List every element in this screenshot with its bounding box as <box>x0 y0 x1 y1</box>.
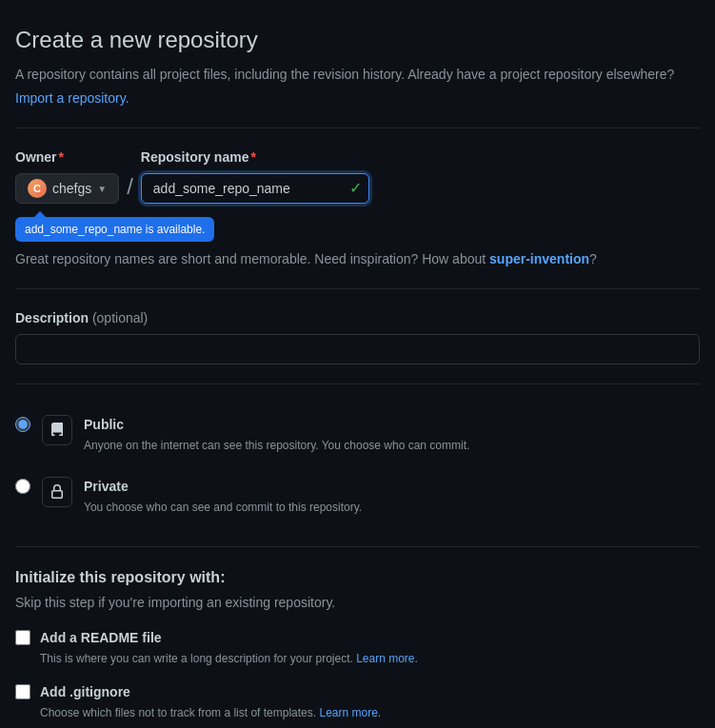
availability-tooltip: add_some_repo_name is available. <box>15 217 214 242</box>
public-icon <box>42 415 72 445</box>
visibility-section: Public Anyone on the internet can see th… <box>15 403 700 527</box>
gitignore-checkbox[interactable] <box>15 684 30 699</box>
readme-checkbox[interactable] <box>15 630 30 645</box>
name-available-row: add_some_repo_name is available. <box>15 211 700 242</box>
readme-option[interactable]: Add a README file This is where you can … <box>15 628 700 667</box>
private-icon <box>42 477 72 507</box>
import-repo-link[interactable]: Import a repository. <box>15 90 129 106</box>
name-suggestion: Great repository names are short and mem… <box>15 249 700 269</box>
private-radio[interactable] <box>15 479 30 494</box>
optional-label: (optional) <box>92 310 148 325</box>
public-radio[interactable] <box>15 417 30 432</box>
public-text: Public Anyone on the internet can see th… <box>84 415 469 454</box>
slash-separator: / <box>127 171 133 204</box>
divider-3 <box>15 384 700 384</box>
owner-name: chefgs <box>52 181 91 196</box>
private-option[interactable]: Private You choose who can see and commi… <box>15 465 700 527</box>
description-input[interactable] <box>15 334 700 364</box>
description-label: Description (optional) <box>15 308 700 328</box>
owner-group: Owner* C chefgs ▼ <box>15 148 119 204</box>
chevron-down-icon: ▼ <box>97 184 107 194</box>
readme-text: Add a README file This is where you can … <box>40 628 418 667</box>
initialize-section: Initialize this repository with: Skip th… <box>15 566 700 728</box>
public-option[interactable]: Public Anyone on the internet can see th… <box>15 403 700 465</box>
description-group: Description (optional) <box>15 308 700 364</box>
repo-name-label: Repository name* <box>141 148 369 167</box>
private-text: Private You choose who can see and commi… <box>84 477 362 516</box>
owner-repo-row: Owner* C chefgs ▼ / Repository name* ✓ <box>15 148 700 204</box>
divider-2 <box>15 288 700 289</box>
repo-name-group: Repository name* ✓ <box>141 148 369 204</box>
gitignore-option[interactable]: Add .gitignore Choose which files not to… <box>15 682 700 721</box>
page-subtitle: A repository contains all project files,… <box>15 65 700 85</box>
owner-label: Owner* <box>15 148 119 167</box>
owner-avatar: C <box>28 179 47 198</box>
divider-4 <box>15 546 700 547</box>
init-subtitle: Skip this step if you're importing an ex… <box>15 593 700 613</box>
gitignore-learn-more[interactable]: Learn more. <box>319 706 381 719</box>
divider-1 <box>15 128 700 128</box>
page-title: Create a new repository <box>15 23 700 57</box>
repo-name-input[interactable] <box>141 173 369 204</box>
readme-learn-more[interactable]: Learn more. <box>356 652 418 665</box>
repo-name-wrapper: ✓ <box>141 173 369 204</box>
owner-dropdown-button[interactable]: C chefgs ▼ <box>15 173 119 204</box>
check-icon: ✓ <box>349 177 362 200</box>
gitignore-text: Add .gitignore Choose which files not to… <box>40 682 381 721</box>
init-title: Initialize this repository with: <box>15 566 700 589</box>
suggestion-link[interactable]: super-invention <box>489 251 589 266</box>
